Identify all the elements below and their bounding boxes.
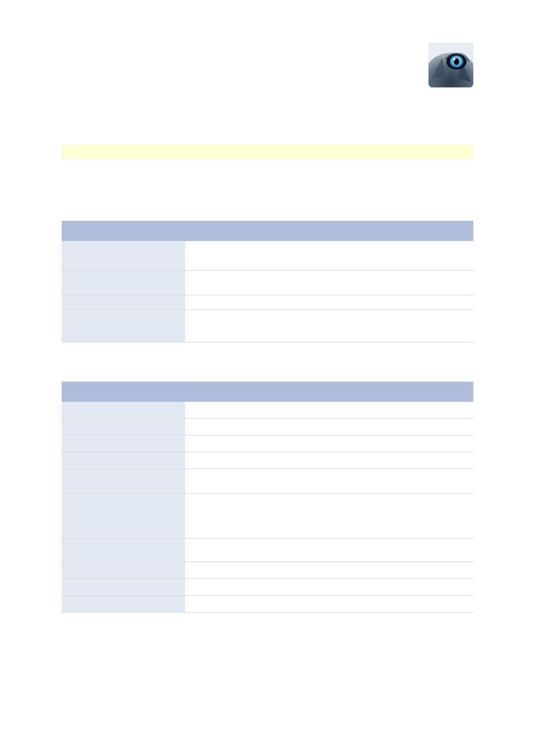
table2-row5-label	[62, 469, 185, 494]
table-row	[62, 494, 473, 539]
table1-header-col2	[185, 221, 473, 241]
table2-row9-value	[185, 579, 473, 596]
table-row	[62, 241, 473, 270]
table-row	[62, 539, 473, 562]
table1-row2-value	[185, 270, 473, 295]
table2-header-col2	[185, 382, 473, 402]
table1-row4-value	[185, 309, 473, 342]
table1-row3-label	[62, 295, 185, 309]
table1-row3-value	[185, 295, 473, 309]
table2-row6-label	[62, 494, 185, 539]
table1-row2-label	[62, 270, 185, 295]
table2-row8-label	[62, 562, 185, 579]
table2-row8-value	[185, 562, 473, 579]
table-row	[62, 270, 473, 295]
table2-row9-label	[62, 579, 185, 596]
table1-row1-value	[185, 241, 473, 270]
table-row	[62, 419, 473, 435]
table2-row10-value	[185, 596, 473, 613]
info-table-1	[62, 221, 473, 342]
table1-row4-label	[62, 309, 185, 342]
table2-row3-label	[62, 435, 185, 452]
info-table-2	[62, 382, 473, 613]
table-header-row	[62, 221, 473, 241]
highlight-band	[62, 145, 473, 159]
table-row	[62, 469, 473, 494]
wolf-eye-icon	[428, 43, 473, 87]
table2-row1-value	[185, 402, 473, 419]
table2-row4-label	[62, 452, 185, 469]
table2-row2-value	[185, 419, 473, 435]
svg-point-5	[453, 58, 455, 61]
table-row	[62, 596, 473, 613]
table2-header-col1	[62, 382, 185, 402]
table1-row1-label	[62, 241, 185, 270]
table2-row3-value	[185, 435, 473, 452]
table-row	[62, 435, 473, 452]
table-row	[62, 579, 473, 596]
table-row	[62, 402, 473, 419]
table2-row10-label	[62, 596, 185, 613]
table-header-row	[62, 382, 473, 402]
table2-row7-value	[185, 539, 473, 562]
table2-row1-label	[62, 402, 185, 419]
table2-row2-label	[62, 419, 185, 435]
table2-row6-value	[185, 494, 473, 539]
table-row	[62, 562, 473, 579]
document-page	[0, 0, 535, 646]
table-row	[62, 295, 473, 309]
table-row	[62, 452, 473, 469]
table2-row7-label	[62, 539, 185, 562]
table-row	[62, 309, 473, 342]
table2-row5-value	[185, 469, 473, 494]
table1-header-col1	[62, 221, 185, 241]
brand-logo	[428, 43, 473, 87]
table2-row4-value	[185, 452, 473, 469]
